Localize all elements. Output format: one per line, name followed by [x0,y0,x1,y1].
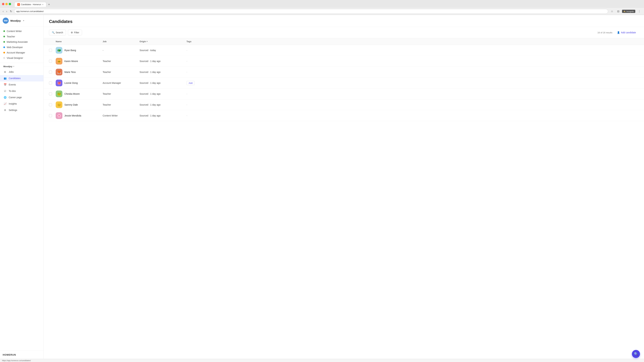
filter-label: Filter [74,31,79,34]
maximize-window-button[interactable] [9,3,11,5]
sidebar-item-jobs[interactable]: ⊞ Jobs [0,69,44,75]
job-dot [3,52,5,53]
nav-item-label: Candidates [9,77,21,80]
search-button[interactable]: 🔍 Search [49,30,66,35]
candidate-job: Content Writer [103,114,140,117]
globe-icon: 🌐 [3,96,7,99]
split-screen-button[interactable]: ⊟ [616,9,621,13]
avatar-image: 😊 [56,101,62,108]
homerun-logo: HOMERUN [3,354,41,356]
avatar-image: 🐙 [56,80,62,86]
page-title: Candidates [49,19,639,24]
checkbox-col-header [49,40,56,43]
candidate-avatar: 🐲 [56,47,62,54]
job-name: Account Manager [7,51,25,54]
url-input[interactable] [14,9,608,14]
tab-title: Candidates · Homerun [21,3,41,6]
forward-button[interactable]: › [6,9,8,13]
origin-col-header[interactable]: Origin ▾ [140,40,186,43]
sidebar-job-item[interactable]: Teacher [0,34,44,39]
candidate-avatar: 🐙 [56,80,62,86]
window-controls [2,3,11,5]
sidebar-item-candidates[interactable]: 👥 Candidates [0,75,44,81]
refresh-button[interactable]: ↻ [9,9,13,13]
row-checkbox-cell [49,70,56,73]
sidebar-item-todos[interactable]: ☑ To-dos [0,88,44,94]
close-window-button[interactable] [2,3,4,5]
sidebar-job-item[interactable]: Account Manager [0,50,44,55]
sidebar-item-events[interactable]: 📅 Events [0,81,44,88]
help-button[interactable]: 🔍 [632,350,640,358]
nav-item-label: Jobs [9,70,14,73]
nav-item-label: Insights [9,102,17,105]
table-row[interactable]: 🌸 Jessie Mendiola Content Writer Sourced… [44,110,644,121]
incognito-label: Incognito [626,10,634,12]
candidate-name-cell: 🐱 Karen Moore [56,58,103,64]
candidate-tags: - [186,71,220,73]
row-checkbox[interactable] [49,103,52,106]
row-checkbox-cell [49,60,56,63]
chart-icon: 📈 [3,102,7,105]
active-tab[interactable]: H Candidates · Homerun × [14,2,46,7]
section-label[interactable]: Moodjoy ▾ [0,64,44,69]
candidate-name: Marie Tess [64,71,76,73]
job-dot [3,46,5,48]
sidebar-job-item[interactable]: Web Developer [0,44,44,50]
row-checkbox[interactable] [49,81,52,84]
job-dot [3,36,5,37]
candidate-name-cell: 🐙 Loonie Dong [56,80,103,86]
table-row[interactable]: 😊 Sammy Dale Teacher Sourced · 1 day ago… [44,99,644,110]
add-candidate-button[interactable]: 👤 Add candidate [614,30,639,35]
results-count: 16 of 16 results [598,31,612,34]
sidebar-item-settings[interactable]: ⚙ Settings [0,107,44,113]
address-bar: ‹ › ↻ ☆ ⊟ 🕵 Incognito ⋮ [0,8,644,15]
row-checkbox[interactable] [49,114,52,117]
row-checkbox[interactable] [49,92,52,95]
sidebar-item-insights[interactable]: 📈 Insights [0,100,44,107]
sidebar-job-item[interactable]: Content Writer [0,28,44,34]
sidebar-item-career[interactable]: 🌐 Career page [0,94,44,100]
chevron-down-icon[interactable]: ▾ [23,19,24,22]
sidebar-job-item[interactable]: Visual Designer [0,55,44,61]
table-row[interactable]: 🐙 Loonie Dong Account Manager Sourced · … [44,78,644,88]
minimize-window-button[interactable] [5,3,8,5]
add-tag-button[interactable]: Add [186,81,195,85]
candidate-avatar: 🦊 [56,69,62,75]
table-row[interactable]: 🦊 Marie Tess Teacher Sourced · 1 day ago… [44,67,644,78]
candidates-table: Name Job Origin ▾ Tags 🐲 [44,38,644,121]
new-tab-button[interactable]: + [46,2,51,7]
menu-button[interactable]: ⋮ [636,9,642,13]
grid-icon: ⊞ [3,70,7,73]
job-name: Visual Designer [7,57,23,59]
table-row[interactable]: 🐲 Ryan Bang - Sourced · today - [44,45,644,56]
candidate-tags: - [186,92,220,95]
sidebar: MM Moodjoy ▾ Content WriterTeacherMarket… [0,15,44,359]
avatar-image: 🐲 [56,47,62,54]
bookmark-button[interactable]: ☆ [610,9,614,13]
candidate-job: Teacher [103,92,140,95]
check-square-icon: ☑ [3,89,7,93]
tab-close-button[interactable]: × [42,3,44,6]
filter-button[interactable]: ⚙ Filter [68,30,82,35]
job-name: Teacher [7,35,15,38]
table-row[interactable]: 🐱 Karen Moore Teacher Sourced · 1 day ag… [44,56,644,67]
candidate-origin: Sourced · 1 day ago [140,71,186,73]
row-checkbox[interactable] [49,70,52,73]
candidate-avatar: 🌸 [56,112,62,119]
job-col-label: Job [103,40,106,43]
nav-item-label: Career page [9,96,22,99]
sidebar-job-item[interactable]: Marketing Associate [0,39,44,44]
nav-item-label: To-dos [9,90,16,92]
job-col-header: Job [103,40,140,43]
row-checkbox[interactable] [49,60,52,63]
table-row[interactable]: 🐸 Cheska Moore Teacher Sourced · 1 day a… [44,88,644,99]
job-dot [3,41,5,43]
job-dot [3,57,5,59]
row-checkbox[interactable] [49,49,52,52]
company-name: Moodjoy [10,19,21,22]
browser-actions: ☆ ⊟ 🕵 Incognito ⋮ [610,9,642,13]
candidate-name-cell: 🐸 Cheska Moore [56,90,103,97]
candidate-tags: - [186,103,220,106]
back-button[interactable]: ‹ [2,9,4,13]
candidate-origin: Sourced · 1 day ago [140,82,186,84]
